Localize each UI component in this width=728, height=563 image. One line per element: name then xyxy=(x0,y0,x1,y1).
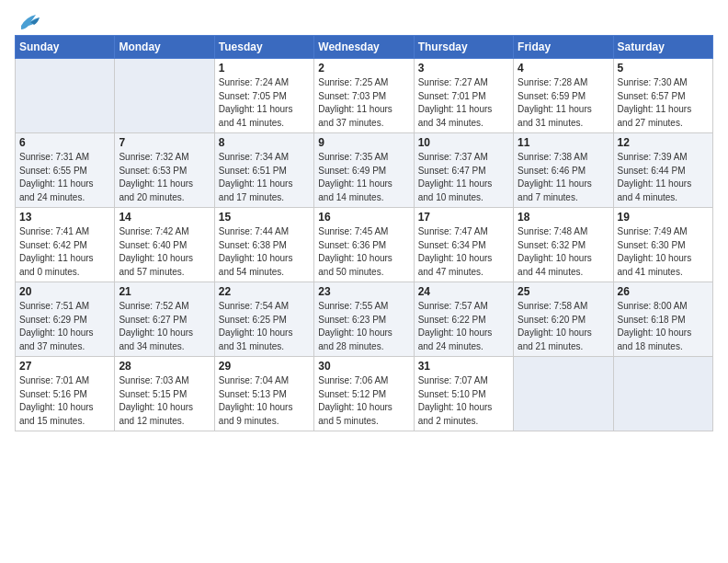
day-number: 14 xyxy=(119,211,210,224)
calendar-cell: 7Sunrise: 7:32 AMSunset: 6:53 PMDaylight… xyxy=(115,133,214,208)
day-info: Sunrise: 7:31 AMSunset: 6:55 PMDaylight:… xyxy=(19,151,110,204)
day-number: 10 xyxy=(418,136,509,149)
calendar-cell: 16Sunrise: 7:45 AMSunset: 6:36 PMDayligh… xyxy=(314,208,414,282)
calendar-cell: 19Sunrise: 7:49 AMSunset: 6:30 PMDayligh… xyxy=(613,208,712,282)
weekday-header-row: SundayMondayTuesdayWednesdayThursdayFrid… xyxy=(16,36,713,59)
day-info: Sunrise: 7:44 AMSunset: 6:38 PMDaylight:… xyxy=(219,225,310,279)
calendar-cell: 28Sunrise: 7:03 AMSunset: 5:15 PMDayligh… xyxy=(115,357,214,431)
day-number: 1 xyxy=(219,62,310,75)
day-number: 9 xyxy=(318,136,409,149)
day-info: Sunrise: 7:04 AMSunset: 5:13 PMDaylight:… xyxy=(219,374,310,428)
week-row-4: 20Sunrise: 7:51 AMSunset: 6:29 PMDayligh… xyxy=(16,282,713,357)
day-info: Sunrise: 7:25 AMSunset: 7:03 PMDaylight:… xyxy=(318,76,409,130)
day-info: Sunrise: 7:52 AMSunset: 6:27 PMDaylight:… xyxy=(119,300,210,353)
week-row-3: 13Sunrise: 7:41 AMSunset: 6:42 PMDayligh… xyxy=(16,208,713,282)
day-number: 21 xyxy=(119,285,210,298)
day-info: Sunrise: 7:41 AMSunset: 6:42 PMDaylight:… xyxy=(19,225,110,279)
calendar-cell: 24Sunrise: 7:57 AMSunset: 6:22 PMDayligh… xyxy=(414,282,513,357)
calendar-cell: 14Sunrise: 7:42 AMSunset: 6:40 PMDayligh… xyxy=(115,208,214,282)
calendar-cell: 5Sunrise: 7:30 AMSunset: 6:57 PMDaylight… xyxy=(613,59,712,133)
calendar-cell: 1Sunrise: 7:24 AMSunset: 7:05 PMDaylight… xyxy=(214,59,313,133)
day-number: 27 xyxy=(19,360,110,373)
day-number: 28 xyxy=(119,360,210,373)
weekday-header-monday: Monday xyxy=(115,36,214,59)
day-number: 17 xyxy=(418,211,509,224)
day-info: Sunrise: 7:38 AMSunset: 6:46 PMDaylight:… xyxy=(518,151,609,204)
day-info: Sunrise: 7:30 AMSunset: 6:57 PMDaylight:… xyxy=(618,76,709,130)
day-info: Sunrise: 7:28 AMSunset: 6:59 PMDaylight:… xyxy=(518,76,609,130)
day-info: Sunrise: 7:49 AMSunset: 6:30 PMDaylight:… xyxy=(618,225,709,279)
calendar-cell: 31Sunrise: 7:07 AMSunset: 5:10 PMDayligh… xyxy=(414,357,513,431)
day-info: Sunrise: 7:03 AMSunset: 5:15 PMDaylight:… xyxy=(119,374,210,428)
day-number: 22 xyxy=(219,285,310,298)
calendar-cell: 15Sunrise: 7:44 AMSunset: 6:38 PMDayligh… xyxy=(214,208,313,282)
day-number: 30 xyxy=(318,360,409,373)
calendar-cell xyxy=(613,357,712,431)
day-number: 18 xyxy=(518,211,609,224)
day-number: 16 xyxy=(318,211,409,224)
day-number: 2 xyxy=(318,62,409,75)
calendar-cell: 29Sunrise: 7:04 AMSunset: 5:13 PMDayligh… xyxy=(214,357,313,431)
day-info: Sunrise: 7:32 AMSunset: 6:53 PMDaylight:… xyxy=(119,151,210,204)
calendar-cell: 2Sunrise: 7:25 AMSunset: 7:03 PMDaylight… xyxy=(314,59,414,133)
day-info: Sunrise: 7:51 AMSunset: 6:29 PMDaylight:… xyxy=(19,300,110,353)
calendar-cell xyxy=(115,59,214,133)
weekday-header-thursday: Thursday xyxy=(414,36,513,59)
calendar-page: SundayMondayTuesdayWednesdayThursdayFrid… xyxy=(0,0,728,563)
calendar-cell: 4Sunrise: 7:28 AMSunset: 6:59 PMDaylight… xyxy=(514,59,613,133)
calendar-cell: 13Sunrise: 7:41 AMSunset: 6:42 PMDayligh… xyxy=(16,208,115,282)
calendar-cell: 22Sunrise: 7:54 AMSunset: 6:25 PMDayligh… xyxy=(214,282,313,357)
calendar-cell xyxy=(514,357,613,431)
weekday-header-tuesday: Tuesday xyxy=(214,36,313,59)
weekday-header-friday: Friday xyxy=(514,36,613,59)
calendar-cell: 3Sunrise: 7:27 AMSunset: 7:01 PMDaylight… xyxy=(414,59,513,133)
day-info: Sunrise: 7:06 AMSunset: 5:12 PMDaylight:… xyxy=(318,374,409,428)
day-number: 24 xyxy=(418,285,509,298)
calendar-cell: 9Sunrise: 7:35 AMSunset: 6:49 PMDaylight… xyxy=(314,133,414,208)
calendar-cell: 10Sunrise: 7:37 AMSunset: 6:47 PMDayligh… xyxy=(414,133,513,208)
day-info: Sunrise: 7:54 AMSunset: 6:25 PMDaylight:… xyxy=(219,300,310,353)
day-number: 3 xyxy=(418,62,509,75)
day-info: Sunrise: 7:27 AMSunset: 7:01 PMDaylight:… xyxy=(418,76,509,130)
calendar-cell: 18Sunrise: 7:48 AMSunset: 6:32 PMDayligh… xyxy=(514,208,613,282)
day-info: Sunrise: 7:35 AMSunset: 6:49 PMDaylight:… xyxy=(318,151,409,204)
week-row-5: 27Sunrise: 7:01 AMSunset: 5:16 PMDayligh… xyxy=(16,357,713,431)
calendar-cell: 21Sunrise: 7:52 AMSunset: 6:27 PMDayligh… xyxy=(115,282,214,357)
day-info: Sunrise: 7:34 AMSunset: 6:51 PMDaylight:… xyxy=(219,151,310,204)
day-info: Sunrise: 7:07 AMSunset: 5:10 PMDaylight:… xyxy=(418,374,509,428)
calendar-cell: 26Sunrise: 8:00 AMSunset: 6:18 PMDayligh… xyxy=(613,282,712,357)
calendar-cell: 30Sunrise: 7:06 AMSunset: 5:12 PMDayligh… xyxy=(314,357,414,431)
day-number: 25 xyxy=(518,285,609,298)
week-row-1: 1Sunrise: 7:24 AMSunset: 7:05 PMDaylight… xyxy=(16,59,713,133)
day-info: Sunrise: 7:39 AMSunset: 6:44 PMDaylight:… xyxy=(618,151,709,204)
day-info: Sunrise: 7:57 AMSunset: 6:22 PMDaylight:… xyxy=(418,300,509,353)
day-number: 23 xyxy=(318,285,409,298)
logo-bird-icon xyxy=(17,13,43,31)
calendar-table: SundayMondayTuesdayWednesdayThursdayFrid… xyxy=(15,35,713,431)
weekday-header-sunday: Sunday xyxy=(16,36,115,59)
day-number: 12 xyxy=(618,136,709,149)
day-info: Sunrise: 7:37 AMSunset: 6:47 PMDaylight:… xyxy=(418,151,509,204)
day-info: Sunrise: 7:24 AMSunset: 7:05 PMDaylight:… xyxy=(219,76,310,130)
day-info: Sunrise: 7:58 AMSunset: 6:20 PMDaylight:… xyxy=(518,300,609,353)
day-number: 31 xyxy=(418,360,509,373)
calendar-cell: 17Sunrise: 7:47 AMSunset: 6:34 PMDayligh… xyxy=(414,208,513,282)
calendar-cell: 27Sunrise: 7:01 AMSunset: 5:16 PMDayligh… xyxy=(16,357,115,431)
day-info: Sunrise: 7:01 AMSunset: 5:16 PMDaylight:… xyxy=(19,374,110,428)
weekday-header-saturday: Saturday xyxy=(613,36,712,59)
day-number: 20 xyxy=(19,285,110,298)
calendar-cell: 8Sunrise: 7:34 AMSunset: 6:51 PMDaylight… xyxy=(214,133,313,208)
logo xyxy=(15,15,43,28)
day-number: 11 xyxy=(518,136,609,149)
day-number: 5 xyxy=(618,62,709,75)
calendar-cell xyxy=(16,59,115,133)
calendar-cell: 12Sunrise: 7:39 AMSunset: 6:44 PMDayligh… xyxy=(613,133,712,208)
calendar-cell: 23Sunrise: 7:55 AMSunset: 6:23 PMDayligh… xyxy=(314,282,414,357)
day-info: Sunrise: 7:42 AMSunset: 6:40 PMDaylight:… xyxy=(119,225,210,279)
day-info: Sunrise: 7:55 AMSunset: 6:23 PMDaylight:… xyxy=(318,300,409,353)
day-number: 29 xyxy=(219,360,310,373)
page-header xyxy=(15,11,713,28)
day-number: 7 xyxy=(119,136,210,149)
day-number: 19 xyxy=(618,211,709,224)
day-number: 15 xyxy=(219,211,310,224)
